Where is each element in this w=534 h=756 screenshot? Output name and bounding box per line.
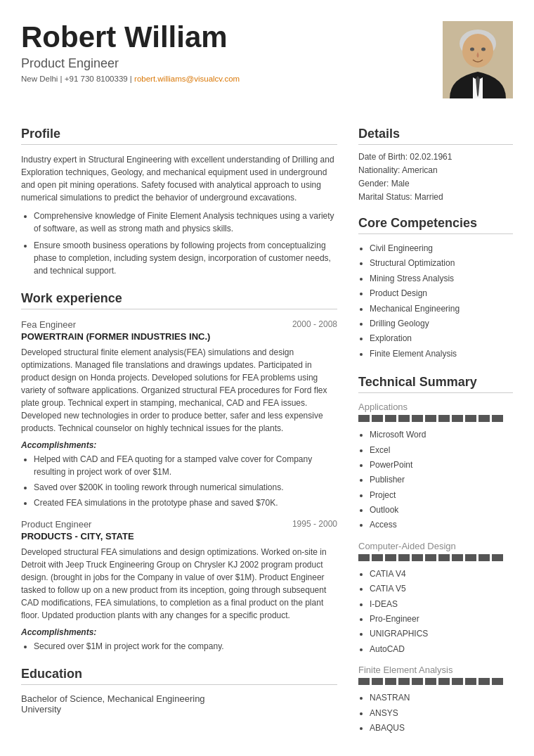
skill-segment bbox=[372, 678, 383, 685]
tech-item: AutoCAD bbox=[370, 642, 513, 656]
main-content: Profile Industry expert in Structural En… bbox=[0, 113, 534, 756]
skill-segment bbox=[438, 554, 450, 561]
tech-item: NASTRAN bbox=[370, 691, 513, 705]
details-item: Date of Birth: 02.02.1961 bbox=[358, 152, 513, 162]
tech-item: ABAQUS bbox=[370, 721, 513, 735]
competency-item: Drilling Geology bbox=[370, 316, 513, 331]
job-item: Fea Engineer 2000 - 2008 POWERTRAIN (FOR… bbox=[21, 319, 337, 509]
competency-item: Mechanical Engineering bbox=[370, 302, 513, 316]
tech-item: CATIA V4 bbox=[370, 567, 513, 581]
skill-segment bbox=[438, 415, 450, 422]
tech-item: ANSYS bbox=[370, 706, 513, 720]
tech-items-list: Microsoft WordExcelPowerPointPublisherPr… bbox=[358, 428, 513, 532]
competency-item: Civil Engineering bbox=[370, 241, 513, 255]
job-header: Fea Engineer 2000 - 2008 bbox=[21, 319, 337, 330]
skill-segment bbox=[425, 554, 436, 561]
header-contact: New Delhi | +91 730 8100339 | robert.wil… bbox=[21, 75, 240, 83]
skill-segment bbox=[478, 554, 490, 561]
job-description: Developed structural finite element anal… bbox=[21, 346, 337, 435]
tech-subsection: Finite Element AnalysisNASTRANANSYSABAQU… bbox=[358, 665, 513, 735]
job-header: Product Engineer 1995 - 2000 bbox=[21, 519, 337, 530]
skill-segment bbox=[398, 415, 410, 422]
job-dates: 2000 - 2008 bbox=[292, 319, 337, 330]
skill-segment bbox=[425, 678, 436, 685]
edu-school: University bbox=[21, 704, 337, 715]
tech-item: Pro-Engineer bbox=[370, 612, 513, 626]
skill-segment bbox=[452, 554, 463, 561]
candidate-photo bbox=[443, 21, 513, 98]
job-company: PRODUCTS - CITY, STATE bbox=[21, 531, 337, 542]
details-title: Details bbox=[358, 127, 513, 145]
skill-bar bbox=[358, 415, 513, 422]
location: New Delhi bbox=[21, 75, 58, 83]
photo-placeholder bbox=[443, 21, 513, 98]
job-title: Fea Engineer bbox=[21, 319, 76, 330]
skill-segment bbox=[492, 678, 503, 685]
technical-summary-title: Technical Summary bbox=[358, 375, 513, 393]
education-section: Education Bachelor of Science, Mechanica… bbox=[21, 667, 337, 715]
job-title: Product Engineer bbox=[21, 519, 91, 530]
tech-item: Access bbox=[370, 518, 513, 532]
skill-bar bbox=[358, 554, 513, 561]
jobs-container: Fea Engineer 2000 - 2008 POWERTRAIN (FOR… bbox=[21, 319, 337, 653]
education-title: Education bbox=[21, 667, 337, 685]
skill-segment bbox=[452, 678, 463, 685]
skill-segment bbox=[465, 415, 476, 422]
right-column: Details Date of Birth: 02.02.1961Nationa… bbox=[358, 113, 513, 736]
job-description: Developed structural FEA simulations and… bbox=[21, 546, 337, 622]
skill-segment bbox=[398, 554, 410, 561]
edu-degree: Bachelor of Science, Mechanical Engineer… bbox=[21, 693, 337, 704]
competencies-list: Civil EngineeringStructural Optimization… bbox=[358, 241, 513, 361]
skill-segment bbox=[358, 554, 370, 561]
skill-segment bbox=[372, 415, 383, 422]
competency-item: Finite Element Analysis bbox=[370, 347, 513, 361]
skill-bar bbox=[358, 678, 513, 685]
svg-point-3 bbox=[470, 48, 474, 51]
candidate-name: Robert William bbox=[21, 21, 240, 53]
candidate-title: Product Engineer bbox=[21, 56, 240, 71]
profile-text: Industry expert in Structural Engineerin… bbox=[21, 153, 337, 204]
tech-item: Excel bbox=[370, 443, 513, 457]
skill-segment bbox=[412, 415, 423, 422]
skill-segment bbox=[492, 415, 503, 422]
tech-subsection: ApplicationsMicrosoft WordExcelPowerPoin… bbox=[358, 402, 513, 532]
skill-segment bbox=[398, 678, 410, 685]
profile-title: Profile bbox=[21, 127, 337, 145]
accomplishment-item: Created FEA simulations in the prototype… bbox=[34, 496, 337, 509]
header: Robert William Product Engineer New Delh… bbox=[0, 0, 534, 113]
skill-segment bbox=[465, 678, 476, 685]
skill-segment bbox=[385, 554, 396, 561]
tech-summary-container: ApplicationsMicrosoft WordExcelPowerPoin… bbox=[358, 402, 513, 735]
skill-segment bbox=[478, 415, 490, 422]
phone: +91 730 8100339 bbox=[65, 75, 128, 83]
tech-item: PowerPoint bbox=[370, 458, 513, 472]
skill-segment bbox=[358, 678, 370, 685]
tech-item: I-DEAS bbox=[370, 597, 513, 611]
profile-bullets: Comprehensive knowledge of Finite Elemen… bbox=[21, 210, 337, 277]
skill-segment bbox=[438, 678, 450, 685]
profile-section: Profile Industry expert in Structural En… bbox=[21, 127, 337, 277]
competency-item: Exploration bbox=[370, 331, 513, 345]
svg-point-4 bbox=[481, 48, 486, 51]
resume-container: Robert William Product Engineer New Delh… bbox=[0, 0, 534, 756]
tech-item: Publisher bbox=[370, 473, 513, 487]
accomplishment-item: Helped with CAD and FEA quoting for a st… bbox=[34, 453, 337, 478]
header-left: Robert William Product Engineer New Delh… bbox=[21, 21, 240, 83]
job-company: POWERTRAIN (FORMER INDUSTRIES INC.) bbox=[21, 331, 337, 342]
skill-segment bbox=[385, 415, 396, 422]
tech-items-list: NASTRANANSYSABAQUS bbox=[358, 691, 513, 735]
skill-segment bbox=[425, 415, 436, 422]
email-link[interactable]: robert.williams@visualcv.com bbox=[134, 75, 240, 83]
tech-item: Outlook bbox=[370, 503, 513, 517]
tech-items-list: CATIA V4CATIA V5I-DEASPro-EngineerUNIGRA… bbox=[358, 567, 513, 656]
svg-point-2 bbox=[462, 34, 493, 68]
job-dates: 1995 - 2000 bbox=[292, 519, 337, 530]
tech-item: CATIA V5 bbox=[370, 582, 513, 596]
work-experience-title: Work experience bbox=[21, 291, 337, 309]
details-item: Gender: Male bbox=[358, 179, 513, 188]
details-container: Date of Birth: 02.02.1961Nationality: Am… bbox=[358, 152, 513, 202]
job-item: Product Engineer 1995 - 2000 PRODUCTS - … bbox=[21, 519, 337, 653]
tech-subsection-title: Applications bbox=[358, 402, 513, 412]
competency-item: Mining Stress Analysis bbox=[370, 271, 513, 286]
tech-subsection-title: Computer-Aided Design bbox=[358, 541, 513, 551]
